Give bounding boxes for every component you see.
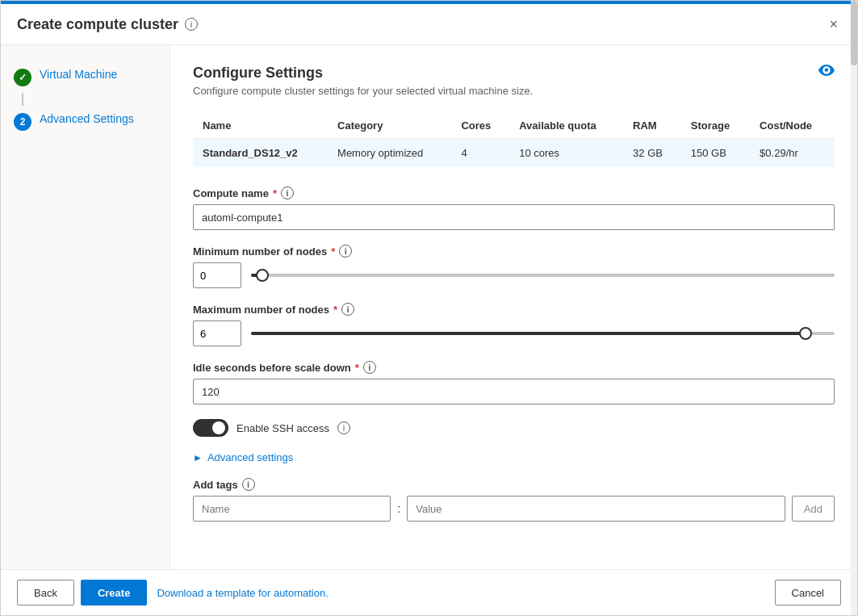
max-nodes-slider-row — [193, 321, 835, 346]
cell-name: Standard_DS12_v2 — [193, 139, 328, 168]
sidebar-item-advanced-settings[interactable]: 2 Advanced Settings — [1, 106, 170, 137]
ssh-toggle-row: Enable SSH access i — [193, 419, 835, 437]
create-button[interactable]: Create — [81, 580, 147, 606]
col-header-category: Category — [328, 113, 451, 139]
dialog-title-row: Create compute cluster i — [17, 16, 198, 33]
sidebar-item-label-2: Advanced Settings — [40, 112, 134, 125]
idle-seconds-group: Idle seconds before scale down * i — [193, 361, 835, 404]
min-nodes-label-text: Minimum number of nodes — [193, 245, 327, 258]
max-nodes-label: Maximum number of nodes * i — [193, 303, 835, 316]
step-indicator-1: ✓ — [14, 69, 31, 86]
tags-add-button[interactable]: Add — [792, 496, 835, 522]
template-link[interactable]: Download a template for automation. — [157, 587, 328, 599]
sidebar-connector — [22, 93, 23, 106]
vm-table: Name Category Cores Available quota RAM … — [193, 113, 835, 167]
min-nodes-label: Minimum number of nodes * i — [193, 245, 835, 258]
cell-cores: 4 — [451, 139, 509, 168]
idle-seconds-info-icon[interactable]: i — [363, 361, 376, 374]
toggle-knob — [212, 421, 225, 434]
back-button[interactable]: Back — [17, 580, 74, 606]
compute-name-label: Compute name * i — [193, 186, 835, 199]
tags-value-input[interactable] — [407, 496, 785, 522]
ssh-toggle[interactable] — [193, 419, 228, 437]
min-nodes-required: * — [331, 245, 335, 258]
idle-seconds-label: Idle seconds before scale down * i — [193, 361, 835, 374]
table-row[interactable]: Standard_DS12_v2 Memory optimized 4 10 c… — [193, 139, 835, 168]
dialog-body: ✓ Virtual Machine 2 Advanced Settings Co… — [1, 45, 857, 569]
col-header-name: Name — [193, 113, 328, 139]
section-subtitle: Configure compute cluster settings for y… — [193, 85, 835, 97]
cell-storage: 150 GB — [681, 139, 750, 168]
advanced-settings-row[interactable]: ► Advanced settings — [193, 451, 835, 463]
compute-name-group: Compute name * i — [193, 186, 835, 230]
max-nodes-required: * — [333, 304, 337, 316]
compute-name-label-text: Compute name — [193, 187, 269, 199]
idle-seconds-required: * — [355, 362, 359, 374]
min-nodes-group: Minimum number of nodes * i — [193, 245, 835, 288]
min-nodes-slider-thumb[interactable] — [256, 269, 269, 282]
dialog-title: Create compute cluster — [17, 16, 178, 33]
max-nodes-info-icon[interactable]: i — [341, 303, 354, 316]
compute-name-required: * — [273, 187, 277, 199]
cell-cost: $0.29/hr — [750, 139, 835, 168]
sidebar-item-label-1: Virtual Machine — [40, 68, 117, 81]
max-nodes-slider-thumb[interactable] — [799, 327, 812, 340]
section-title: Configure Settings — [193, 65, 835, 82]
main-content: Configure Settings Configure compute clu… — [170, 45, 857, 569]
sidebar: ✓ Virtual Machine 2 Advanced Settings — [1, 45, 170, 569]
compute-name-input[interactable] — [193, 204, 835, 230]
min-nodes-info-icon[interactable]: i — [339, 245, 352, 258]
max-nodes-label-text: Maximum number of nodes — [193, 304, 329, 316]
col-header-cost: Cost/Node — [750, 113, 835, 139]
cancel-button[interactable]: Cancel — [775, 580, 841, 606]
cell-ram: 32 GB — [623, 139, 681, 168]
scrollbar-thumb[interactable] — [851, 45, 857, 65]
col-header-quota: Available quota — [509, 113, 623, 139]
dialog-footer: Back Create Download a template for auto… — [1, 569, 857, 615]
max-nodes-slider-track[interactable] — [251, 332, 835, 335]
min-nodes-slider-row — [193, 262, 835, 288]
add-tags-group: Add tags i : Add — [193, 478, 835, 522]
eye-icon-container — [818, 65, 835, 79]
tags-name-input[interactable] — [193, 496, 391, 522]
ssh-toggle-label: Enable SSH access — [236, 422, 329, 434]
compute-name-info-icon[interactable]: i — [281, 186, 294, 199]
max-nodes-slider-fill — [251, 332, 806, 335]
col-header-storage: Storage — [681, 113, 750, 139]
idle-seconds-label-text: Idle seconds before scale down — [193, 362, 351, 374]
sidebar-item-virtual-machine[interactable]: ✓ Virtual Machine — [1, 61, 170, 93]
cell-category: Memory optimized — [328, 139, 451, 168]
scrollbar[interactable] — [851, 45, 857, 569]
add-tags-label-row: Add tags i — [193, 478, 835, 491]
col-header-cores: Cores — [451, 113, 509, 139]
add-tags-label: Add tags — [193, 479, 238, 491]
dialog-header: Create compute cluster i × — [1, 4, 857, 45]
min-nodes-input[interactable] — [193, 262, 241, 288]
cell-quota: 10 cores — [509, 139, 623, 168]
dialog-info-icon[interactable]: i — [185, 18, 198, 31]
tags-colon: : — [397, 502, 400, 515]
dialog-container: Create compute cluster i × ✓ Virtual Mac… — [0, 0, 858, 616]
min-nodes-slider-track[interactable] — [251, 274, 835, 277]
tags-row: : Add — [193, 496, 835, 522]
chevron-right-icon: ► — [193, 452, 203, 463]
max-nodes-group: Maximum number of nodes * i — [193, 303, 835, 346]
advanced-settings-label: Advanced settings — [207, 451, 293, 463]
eye-icon[interactable] — [818, 65, 835, 78]
max-nodes-input[interactable] — [193, 321, 241, 346]
col-header-ram: RAM — [623, 113, 681, 139]
close-button[interactable]: × — [826, 14, 841, 35]
idle-seconds-input[interactable] — [193, 379, 835, 404]
ssh-info-icon[interactable]: i — [337, 421, 350, 434]
step-indicator-2: 2 — [14, 113, 31, 131]
add-tags-info-icon[interactable]: i — [242, 478, 255, 491]
